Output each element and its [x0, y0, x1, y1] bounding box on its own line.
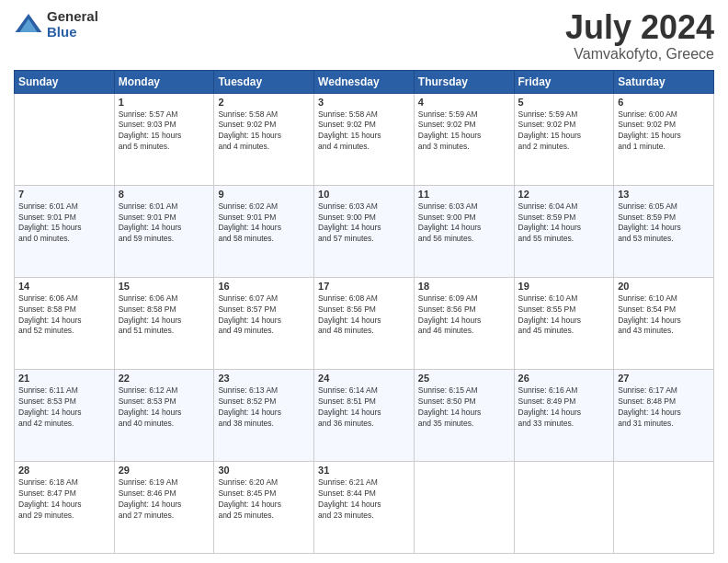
calendar-week-row: 1Sunrise: 5:57 AM Sunset: 9:03 PM Daylig… [15, 93, 714, 185]
page: General Blue July 2024 Vamvakofyto, Gree… [0, 0, 728, 563]
day-number: 9 [218, 189, 310, 200]
calendar-table: Sunday Monday Tuesday Wednesday Thursday… [14, 70, 714, 554]
day-info: Sunrise: 6:13 AM Sunset: 8:52 PM Dayligh… [218, 385, 310, 430]
table-row: 1Sunrise: 5:57 AM Sunset: 9:03 PM Daylig… [114, 93, 214, 185]
table-row: 24Sunrise: 6:14 AM Sunset: 8:51 PM Dayli… [314, 369, 415, 461]
table-row: 3Sunrise: 5:58 AM Sunset: 9:02 PM Daylig… [314, 93, 415, 185]
logo-general-text: General [47, 9, 98, 25]
day-info: Sunrise: 6:09 AM Sunset: 8:56 PM Dayligh… [418, 293, 510, 338]
table-row: 9Sunrise: 6:02 AM Sunset: 9:01 PM Daylig… [214, 185, 314, 277]
day-info: Sunrise: 6:11 AM Sunset: 8:53 PM Dayligh… [18, 385, 110, 430]
table-row: 23Sunrise: 6:13 AM Sunset: 8:52 PM Dayli… [214, 369, 314, 461]
day-info: Sunrise: 6:06 AM Sunset: 8:58 PM Dayligh… [119, 293, 210, 338]
table-row: 16Sunrise: 6:07 AM Sunset: 8:57 PM Dayli… [214, 277, 314, 369]
day-info: Sunrise: 6:10 AM Sunset: 8:55 PM Dayligh… [518, 293, 610, 338]
day-info: Sunrise: 6:16 AM Sunset: 8:49 PM Dayligh… [518, 385, 610, 430]
day-info: Sunrise: 6:03 AM Sunset: 9:00 PM Dayligh… [418, 201, 510, 246]
table-row: 7Sunrise: 6:01 AM Sunset: 9:01 PM Daylig… [15, 185, 115, 277]
logo-blue-text: Blue [47, 25, 98, 40]
table-row: 18Sunrise: 6:09 AM Sunset: 8:56 PM Dayli… [414, 277, 514, 369]
header-saturday: Saturday [614, 70, 714, 93]
day-info: Sunrise: 5:59 AM Sunset: 9:02 PM Dayligh… [418, 109, 510, 154]
table-row: 22Sunrise: 6:12 AM Sunset: 8:53 PM Dayli… [114, 369, 214, 461]
page-subtitle: Vamvakofyto, Greece [565, 46, 714, 63]
day-number: 19 [518, 281, 610, 292]
day-number: 10 [318, 189, 410, 200]
day-number: 11 [418, 189, 510, 200]
day-number: 26 [518, 373, 610, 384]
day-info: Sunrise: 6:08 AM Sunset: 8:56 PM Dayligh… [318, 293, 410, 338]
day-number: 30 [218, 465, 310, 476]
day-info: Sunrise: 5:58 AM Sunset: 9:02 PM Dayligh… [218, 109, 310, 154]
day-info: Sunrise: 5:59 AM Sunset: 9:02 PM Dayligh… [518, 109, 610, 154]
table-row: 28Sunrise: 6:18 AM Sunset: 8:47 PM Dayli… [15, 461, 115, 553]
day-info: Sunrise: 6:21 AM Sunset: 8:44 PM Dayligh… [318, 477, 410, 522]
day-number: 8 [119, 189, 210, 200]
day-number: 15 [119, 281, 210, 292]
calendar-week-row: 28Sunrise: 6:18 AM Sunset: 8:47 PM Dayli… [15, 461, 714, 553]
table-row: 2Sunrise: 5:58 AM Sunset: 9:02 PM Daylig… [214, 93, 314, 185]
header: General Blue July 2024 Vamvakofyto, Gree… [14, 9, 714, 63]
calendar-week-row: 14Sunrise: 6:06 AM Sunset: 8:58 PM Dayli… [15, 277, 714, 369]
table-row [614, 461, 714, 553]
table-row: 15Sunrise: 6:06 AM Sunset: 8:58 PM Dayli… [114, 277, 214, 369]
table-row [15, 93, 115, 185]
day-info: Sunrise: 6:19 AM Sunset: 8:46 PM Dayligh… [119, 477, 210, 522]
day-number: 16 [218, 281, 310, 292]
day-info: Sunrise: 6:12 AM Sunset: 8:53 PM Dayligh… [119, 385, 210, 430]
header-monday: Monday [114, 70, 214, 93]
table-row: 19Sunrise: 6:10 AM Sunset: 8:55 PM Dayli… [514, 277, 614, 369]
day-number: 5 [518, 97, 610, 108]
weekday-header-row: Sunday Monday Tuesday Wednesday Thursday… [15, 70, 714, 93]
day-number: 2 [218, 97, 310, 108]
day-info: Sunrise: 6:01 AM Sunset: 9:01 PM Dayligh… [119, 201, 210, 246]
day-number: 12 [518, 189, 610, 200]
day-info: Sunrise: 6:17 AM Sunset: 8:48 PM Dayligh… [618, 385, 710, 430]
table-row: 12Sunrise: 6:04 AM Sunset: 8:59 PM Dayli… [514, 185, 614, 277]
header-sunday: Sunday [15, 70, 115, 93]
header-friday: Friday [514, 70, 614, 93]
day-info: Sunrise: 6:10 AM Sunset: 8:54 PM Dayligh… [618, 293, 710, 338]
day-number: 13 [618, 189, 710, 200]
day-info: Sunrise: 6:06 AM Sunset: 8:58 PM Dayligh… [18, 293, 110, 338]
day-number: 25 [418, 373, 510, 384]
day-info: Sunrise: 6:02 AM Sunset: 9:01 PM Dayligh… [218, 201, 310, 246]
logo: General Blue [14, 9, 98, 40]
table-row: 8Sunrise: 6:01 AM Sunset: 9:01 PM Daylig… [114, 185, 214, 277]
table-row: 21Sunrise: 6:11 AM Sunset: 8:53 PM Dayli… [15, 369, 115, 461]
day-number: 4 [418, 97, 510, 108]
logo-icon [14, 10, 43, 40]
header-thursday: Thursday [414, 70, 514, 93]
title-block: July 2024 Vamvakofyto, Greece [565, 9, 714, 63]
table-row [514, 461, 614, 553]
day-number: 6 [618, 97, 710, 108]
day-info: Sunrise: 5:57 AM Sunset: 9:03 PM Dayligh… [119, 109, 210, 154]
day-number: 28 [18, 465, 110, 476]
day-number: 31 [318, 465, 410, 476]
day-number: 3 [318, 97, 410, 108]
day-info: Sunrise: 6:15 AM Sunset: 8:50 PM Dayligh… [418, 385, 510, 430]
day-info: Sunrise: 5:58 AM Sunset: 9:02 PM Dayligh… [318, 109, 410, 154]
table-row: 6Sunrise: 6:00 AM Sunset: 9:02 PM Daylig… [614, 93, 714, 185]
day-number: 14 [18, 281, 110, 292]
table-row: 13Sunrise: 6:05 AM Sunset: 8:59 PM Dayli… [614, 185, 714, 277]
table-row: 14Sunrise: 6:06 AM Sunset: 8:58 PM Dayli… [15, 277, 115, 369]
table-row: 30Sunrise: 6:20 AM Sunset: 8:45 PM Dayli… [214, 461, 314, 553]
table-row: 5Sunrise: 5:59 AM Sunset: 9:02 PM Daylig… [514, 93, 614, 185]
table-row: 17Sunrise: 6:08 AM Sunset: 8:56 PM Dayli… [314, 277, 415, 369]
table-row: 26Sunrise: 6:16 AM Sunset: 8:49 PM Dayli… [514, 369, 614, 461]
calendar-week-row: 21Sunrise: 6:11 AM Sunset: 8:53 PM Dayli… [15, 369, 714, 461]
day-number: 22 [119, 373, 210, 384]
table-row: 10Sunrise: 6:03 AM Sunset: 9:00 PM Dayli… [314, 185, 415, 277]
calendar-week-row: 7Sunrise: 6:01 AM Sunset: 9:01 PM Daylig… [15, 185, 714, 277]
day-info: Sunrise: 6:05 AM Sunset: 8:59 PM Dayligh… [618, 201, 710, 246]
day-number: 18 [418, 281, 510, 292]
table-row: 29Sunrise: 6:19 AM Sunset: 8:46 PM Dayli… [114, 461, 214, 553]
table-row: 20Sunrise: 6:10 AM Sunset: 8:54 PM Dayli… [614, 277, 714, 369]
day-info: Sunrise: 6:03 AM Sunset: 9:00 PM Dayligh… [318, 201, 410, 246]
header-wednesday: Wednesday [314, 70, 415, 93]
day-number: 21 [18, 373, 110, 384]
table-row: 31Sunrise: 6:21 AM Sunset: 8:44 PM Dayli… [314, 461, 415, 553]
header-tuesday: Tuesday [214, 70, 314, 93]
day-info: Sunrise: 6:14 AM Sunset: 8:51 PM Dayligh… [318, 385, 410, 430]
